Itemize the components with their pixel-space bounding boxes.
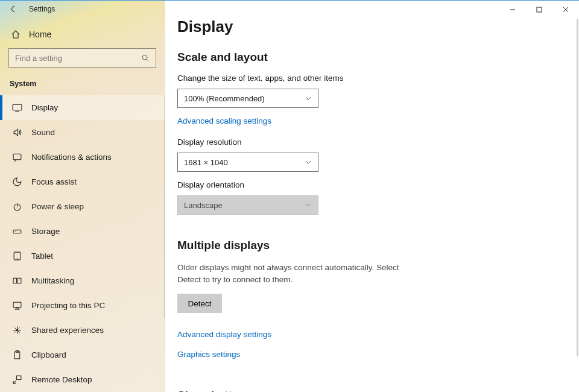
orientation-select-value: Landscape	[184, 201, 223, 210]
clipboard-icon	[11, 349, 23, 361]
back-button[interactable]	[5, 1, 22, 17]
minimize-icon	[510, 7, 516, 13]
svg-rect-4	[13, 230, 21, 233]
sidebar-item-label: Remote Desktop	[31, 375, 92, 384]
sidebar-item-label: Power & sleep	[31, 202, 84, 211]
graphics-settings-link[interactable]: Graphics settings	[177, 350, 240, 359]
scale-select-value: 100% (Recommended)	[184, 94, 265, 103]
sidebar-item-shared[interactable]: Shared experiences	[0, 318, 165, 343]
sidebar-nav: Display Sound Notifications & actions Fo…	[0, 95, 165, 392]
projecting-icon	[11, 300, 23, 312]
sidebar-item-label: Multitasking	[31, 276, 74, 285]
tablet-icon	[11, 250, 23, 262]
close-button[interactable]	[552, 1, 579, 19]
orientation-label: Display orientation	[177, 180, 567, 189]
detect-button[interactable]: Detect	[177, 294, 222, 313]
sidebar-item-sound[interactable]: Sound	[0, 120, 165, 145]
sidebar-item-clipboard[interactable]: Clipboard	[0, 343, 165, 367]
section-sleep-better: Sleep better	[177, 389, 567, 392]
close-icon	[563, 7, 569, 13]
svg-rect-11	[14, 352, 20, 359]
sidebar-item-label: Projecting to this PC	[31, 301, 105, 310]
minimize-button[interactable]	[499, 1, 526, 19]
sidebar-item-label: Shared experiences	[31, 326, 104, 335]
section-scale-layout: Scale and layout	[177, 51, 567, 64]
app-title: Settings	[29, 5, 55, 13]
sidebar-item-label: Sound	[31, 128, 55, 137]
sidebar-item-tablet[interactable]: Tablet	[0, 244, 165, 268]
arrow-left-icon	[9, 5, 17, 13]
sidebar-item-label: Clipboard	[31, 350, 66, 359]
svg-rect-13	[16, 376, 21, 379]
advanced-scaling-link[interactable]: Advanced scaling settings	[177, 116, 271, 125]
shared-exp-icon	[11, 324, 23, 337]
resolution-select[interactable]: 1681 × 1040	[177, 153, 318, 172]
resolution-label: Display resolution	[177, 138, 567, 147]
notifications-icon	[11, 151, 23, 163]
scrollbar[interactable]	[577, 19, 578, 356]
sidebar-item-notifications[interactable]: Notifications & actions	[0, 145, 165, 169]
home-label: Home	[29, 30, 51, 39]
sidebar-item-label: Notifications & actions	[31, 153, 112, 162]
sound-icon	[11, 127, 23, 139]
section-multiple-displays: Multiple displays	[177, 239, 567, 252]
focus-assist-icon	[11, 176, 23, 188]
svg-rect-1	[13, 104, 22, 110]
titlebar-left: Settings	[0, 1, 165, 17]
search-icon	[141, 54, 150, 62]
remote-desktop-icon	[11, 374, 23, 386]
sidebar-item-projecting[interactable]: Projecting to this PC	[0, 293, 165, 318]
resolution-select-value: 1681 × 1040	[184, 158, 228, 167]
home-button[interactable]: Home	[0, 26, 165, 42]
svg-rect-8	[13, 278, 16, 283]
multitasking-icon	[11, 275, 23, 287]
chevron-down-icon	[305, 201, 312, 209]
sidebar-section-label: System	[0, 71, 165, 93]
search-box[interactable]	[8, 48, 156, 68]
page-title: Display	[177, 17, 567, 36]
maximize-icon	[536, 7, 542, 13]
sidebar-item-remote[interactable]: Remote Desktop	[0, 367, 165, 392]
size-label: Change the size of text, apps, and other…	[177, 74, 567, 83]
svg-point-7	[16, 258, 17, 259]
sidebar-item-label: Focus assist	[31, 177, 77, 186]
svg-rect-9	[17, 278, 21, 283]
multiple-displays-desc: Older displays might not always connect …	[177, 262, 407, 285]
advanced-display-link[interactable]: Advanced display settings	[177, 330, 271, 339]
sidebar-item-display[interactable]: Display	[0, 95, 165, 120]
scale-select[interactable]: 100% (Recommended)	[177, 89, 318, 108]
window-controls	[499, 1, 579, 19]
sidebar-item-label: Storage	[31, 227, 60, 236]
svg-rect-2	[13, 154, 21, 160]
chevron-down-icon	[305, 95, 312, 102]
nav-divider	[164, 95, 165, 318]
sidebar-item-power[interactable]: Power & sleep	[0, 194, 165, 219]
svg-rect-10	[13, 302, 21, 308]
sidebar: Settings Home System Display	[0, 1, 165, 392]
home-icon	[11, 30, 21, 39]
svg-point-0	[142, 55, 147, 60]
chevron-down-icon	[305, 159, 312, 166]
maximize-button[interactable]	[526, 1, 552, 19]
sidebar-item-label: Display	[31, 103, 58, 112]
content-pane: Display Scale and layout Change the size…	[165, 1, 579, 392]
storage-icon	[11, 226, 23, 238]
orientation-select: Landscape	[177, 195, 318, 215]
sidebar-item-focus-assist[interactable]: Focus assist	[0, 169, 165, 194]
sidebar-item-multitasking[interactable]: Multitasking	[0, 268, 165, 293]
search-input[interactable]	[15, 54, 138, 63]
sidebar-item-storage[interactable]: Storage	[0, 219, 165, 244]
svg-rect-14	[537, 7, 542, 12]
sidebar-item-label: Tablet	[31, 251, 53, 261]
power-icon	[11, 201, 23, 213]
main-scroll: Display Scale and layout Change the size…	[165, 1, 579, 392]
display-icon	[11, 102, 23, 114]
svg-point-5	[14, 231, 15, 232]
